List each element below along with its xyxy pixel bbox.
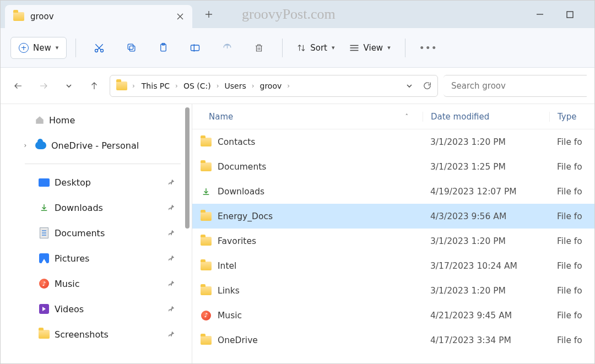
sidebar-item[interactable]: ›Videos xyxy=(5,296,192,322)
sort-label: Sort xyxy=(310,43,327,53)
music-icon: ♪ xyxy=(38,278,50,290)
file-name: Downloads xyxy=(218,187,264,197)
delete-button[interactable] xyxy=(245,37,273,59)
onedrive-icon xyxy=(35,139,47,151)
sidebar-item-label: Videos xyxy=(55,304,84,314)
search-input[interactable] xyxy=(450,80,580,91)
chevron-down-icon: ▾ xyxy=(56,44,59,51)
sidebar: › Home › OneDrive - Personal ›Desktop›Do… xyxy=(1,104,192,364)
sidebar-item-label: OneDrive - Personal xyxy=(51,140,139,151)
sidebar-item[interactable]: ›Documents xyxy=(5,220,192,246)
cell-date: 3/17/2023 10:24 AM xyxy=(423,261,549,271)
tab-current[interactable]: groov xyxy=(5,5,192,28)
sidebar-item[interactable]: ›Desktop xyxy=(5,170,192,195)
new-button-label: New xyxy=(33,43,51,53)
chevron-down-icon: ▾ xyxy=(387,44,391,51)
sidebar-scrollbar[interactable] xyxy=(184,107,192,361)
cell-date: 3/1/2023 1:20 PM xyxy=(423,286,549,296)
share-button[interactable] xyxy=(213,37,241,59)
svg-point-2 xyxy=(101,49,104,52)
search-box[interactable] xyxy=(443,75,587,97)
pin-icon xyxy=(167,229,175,237)
sort-ascending-icon: ˄ xyxy=(405,113,409,120)
address-bar[interactable]: › This PC›OS (C:)›Users›groov› xyxy=(110,75,438,97)
file-name: Links xyxy=(218,286,240,296)
folder-icon xyxy=(38,328,50,340)
sidebar-item-label: Desktop xyxy=(55,177,91,188)
view-button[interactable]: View ▾ xyxy=(344,37,396,59)
cell-name: Links xyxy=(192,285,423,297)
sidebar-item-home[interactable]: › Home xyxy=(5,107,192,133)
tab-title: groov xyxy=(30,12,168,21)
view-icon xyxy=(349,44,359,52)
sidebar-item[interactable]: ›Downloads xyxy=(5,195,192,220)
copy-button[interactable] xyxy=(117,37,145,59)
breadcrumb-segment[interactable]: groov xyxy=(258,80,284,91)
file-name: Documents xyxy=(218,162,266,172)
cell-name: Downloads xyxy=(192,186,423,198)
file-row[interactable]: Links3/1/2023 1:20 PMFile fo xyxy=(192,278,594,303)
scrollbar-thumb[interactable] xyxy=(185,107,190,229)
back-button[interactable] xyxy=(8,76,28,96)
file-row[interactable]: Downloads4/19/2023 12:07 PMFile fo xyxy=(192,179,594,204)
cut-button[interactable] xyxy=(85,37,113,59)
up-button[interactable] xyxy=(84,76,104,96)
sidebar-item[interactable]: ›Pictures xyxy=(5,246,192,271)
column-header-date[interactable]: Date modified xyxy=(423,112,549,122)
folder-icon xyxy=(200,334,212,346)
titlebar: groov groovyPost.com xyxy=(1,1,594,28)
recent-locations-button[interactable] xyxy=(59,76,79,96)
cell-type: File fo xyxy=(549,236,594,246)
breadcrumb-segment[interactable]: OS (C:) xyxy=(181,80,213,91)
file-row[interactable]: Contacts3/1/2023 1:20 PMFile fo xyxy=(192,129,594,154)
navrow: › This PC›OS (C:)›Users›groov› xyxy=(1,68,594,104)
rename-button[interactable] xyxy=(181,37,209,59)
toolbar-separator xyxy=(282,39,283,57)
cell-date: 4/3/2023 9:56 AM xyxy=(423,211,549,221)
file-row[interactable]: OneDrive4/17/2023 3:34 PMFile fo xyxy=(192,328,594,352)
videos-icon xyxy=(38,303,50,315)
folder-icon xyxy=(200,136,212,148)
sidebar-item-onedrive[interactable]: › OneDrive - Personal xyxy=(5,133,192,158)
refresh-button[interactable] xyxy=(423,81,432,90)
svg-rect-3 xyxy=(129,46,135,51)
column-header-type[interactable]: Type xyxy=(549,112,594,122)
new-button[interactable]: + New ▾ xyxy=(10,37,67,59)
file-row[interactable]: Intel3/17/2023 10:24 AMFile fo xyxy=(192,253,594,278)
window-controls xyxy=(532,6,594,23)
address-dropdown-button[interactable] xyxy=(406,83,413,89)
folder-icon xyxy=(116,80,128,92)
pin-icon xyxy=(167,280,175,287)
file-row[interactable]: Favorites3/1/2023 1:20 PMFile fo xyxy=(192,229,594,253)
pin-icon xyxy=(167,204,175,211)
svg-point-1 xyxy=(95,49,98,52)
sidebar-item[interactable]: ›♪Music xyxy=(5,271,192,296)
file-row[interactable]: Documents3/1/2023 1:25 PMFile fo xyxy=(192,154,594,179)
cell-name: Favorites xyxy=(192,235,423,247)
sort-button[interactable]: Sort ▾ xyxy=(291,37,340,59)
file-row[interactable]: Energy_Docs4/3/2023 9:56 AMFile fo xyxy=(192,204,594,229)
pin-icon xyxy=(167,330,175,338)
file-row[interactable]: ♪Music4/21/2023 9:45 AMFile fo xyxy=(192,303,594,328)
cell-name: Intel xyxy=(192,260,423,272)
forward-button[interactable] xyxy=(34,76,53,96)
sidebar-item[interactable]: ›Screenshots xyxy=(5,322,192,347)
cell-date: 4/21/2023 9:45 AM xyxy=(423,311,549,320)
cell-name: Energy_Docs xyxy=(192,210,423,222)
new-tab-button[interactable] xyxy=(198,3,220,25)
chevron-right-icon[interactable]: › xyxy=(20,142,30,149)
view-label: View xyxy=(364,43,383,53)
column-header-name[interactable]: Name ˄ xyxy=(192,112,423,122)
minimize-button[interactable] xyxy=(532,6,548,23)
paste-button[interactable] xyxy=(149,37,177,59)
maximize-button[interactable] xyxy=(561,6,578,23)
breadcrumb-segment[interactable]: Users xyxy=(223,80,248,91)
svg-rect-4 xyxy=(128,44,133,50)
desktop-icon xyxy=(38,176,50,188)
sidebar-item-label: Downloads xyxy=(55,203,103,213)
more-button[interactable]: ••• xyxy=(414,37,443,59)
close-tab-button[interactable] xyxy=(174,10,187,23)
sidebar-divider xyxy=(25,164,181,164)
pin-icon xyxy=(167,305,175,313)
breadcrumb-segment[interactable]: This PC xyxy=(139,80,172,91)
